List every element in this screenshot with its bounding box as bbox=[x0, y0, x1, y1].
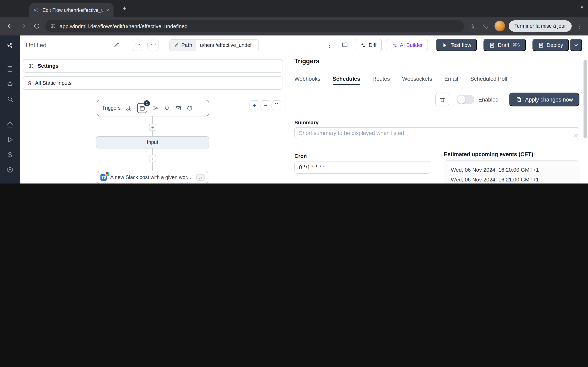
cron-label: Cron bbox=[294, 153, 307, 159]
sidebar-item-runs-list[interactable] bbox=[0, 61, 20, 76]
dollar-icon: $ bbox=[8, 151, 12, 159]
sidebar-item-home[interactable] bbox=[0, 117, 20, 132]
edit-title-button[interactable] bbox=[111, 39, 122, 51]
add-branch-button[interactable] bbox=[181, 182, 188, 184]
windmill-logo[interactable] bbox=[0, 38, 20, 53]
undo-button[interactable] bbox=[132, 39, 143, 51]
triggers-node-label: Triggers bbox=[102, 105, 121, 111]
sidebar-rail: $ + bbox=[0, 35, 20, 184]
static-inputs-row[interactable]: $ All Static Inputs bbox=[23, 76, 283, 90]
pencil-icon bbox=[174, 43, 179, 48]
triggers-node[interactable]: Triggers 1 bbox=[97, 100, 209, 116]
cron-input[interactable] bbox=[294, 161, 430, 174]
chevron-down-icon bbox=[573, 42, 579, 48]
trigger-tabs: Webhooks Schedules Routes Websockets Ema… bbox=[294, 73, 579, 85]
apply-changes-button[interactable]: Apply changes now bbox=[509, 92, 579, 106]
email-icon[interactable] bbox=[175, 105, 182, 111]
zoom-in-button[interactable]: + bbox=[250, 100, 259, 110]
dollar-icon: $ bbox=[28, 80, 31, 86]
redo-icon bbox=[150, 42, 156, 48]
scrollbar-thumb[interactable] bbox=[584, 60, 587, 138]
schedule-trigger-button[interactable]: 1 bbox=[138, 103, 147, 113]
schedule-controls: Enabled Apply changes now bbox=[294, 92, 579, 106]
profile-avatar[interactable] bbox=[494, 21, 505, 31]
tab-websockets[interactable]: Websockets bbox=[402, 73, 432, 85]
websocket-icon[interactable] bbox=[164, 105, 170, 111]
new-tab-button[interactable]: + bbox=[120, 4, 129, 13]
toolbar-menu-button[interactable]: ⋮ bbox=[324, 39, 335, 51]
slack-icon bbox=[105, 172, 110, 176]
routes-icon[interactable] bbox=[153, 105, 159, 111]
url-bar[interactable]: app.windmill.dev/flows/edit/u/henri/effe… bbox=[45, 20, 464, 32]
browser-update-button[interactable]: Terminer la mise à jour bbox=[509, 20, 572, 32]
trash-icon bbox=[439, 96, 445, 103]
sidebar-item-variables[interactable]: $ bbox=[0, 147, 20, 162]
docs-button[interactable] bbox=[339, 39, 351, 51]
extensions-button[interactable] bbox=[481, 21, 491, 31]
tab-routes[interactable]: Routes bbox=[372, 73, 390, 85]
tab-email[interactable]: Email bbox=[444, 73, 458, 85]
windmill-favicon-icon bbox=[34, 7, 39, 13]
save-icon bbox=[516, 96, 522, 103]
puzzle-icon bbox=[483, 23, 489, 29]
flow-node-slack-step[interactable]: TS A new Slack post with a given wor... … bbox=[97, 171, 208, 184]
draft-button[interactable]: Draft⌘S bbox=[484, 39, 526, 51]
tab-scheduled-poll[interactable]: Scheduled Poll bbox=[470, 73, 507, 85]
expand-icon bbox=[274, 103, 279, 108]
bookmark-star-icon[interactable]: ☆ bbox=[467, 21, 477, 31]
sidebar-item-resources[interactable] bbox=[0, 162, 20, 177]
step-icon-wrap: TS bbox=[100, 174, 107, 181]
redo-button[interactable] bbox=[147, 39, 159, 51]
back-button[interactable] bbox=[5, 21, 15, 31]
diff-button[interactable]: Diff bbox=[355, 39, 382, 51]
insert-step-button[interactable]: + bbox=[149, 124, 156, 131]
node-label: A new Slack post with a given wor... bbox=[110, 175, 191, 180]
tab-search-icon[interactable]: ▾ bbox=[581, 4, 583, 10]
home-icon bbox=[7, 121, 13, 128]
sidebar-item-favorites[interactable] bbox=[0, 76, 20, 91]
url-text: app.windmill.dev/flows/edit/u/henri/effe… bbox=[60, 23, 188, 29]
panel-scrollbar[interactable] bbox=[582, 55, 588, 184]
delete-schedule-button[interactable] bbox=[435, 92, 449, 106]
sidebar-item-search[interactable] bbox=[0, 91, 20, 106]
main-area: Untitled Path ⋮ Diff AI Builder Test flo… bbox=[20, 35, 588, 184]
deploy-dropdown-button[interactable] bbox=[570, 39, 582, 51]
webhook-icon[interactable] bbox=[126, 105, 132, 111]
deploy-button[interactable]: Deploy bbox=[532, 39, 569, 51]
triggers-detail-pane: Triggers Webhooks Schedules Routes Webso… bbox=[285, 55, 582, 184]
flow-node-input[interactable]: Input bbox=[96, 136, 209, 149]
play-icon bbox=[442, 42, 448, 48]
tab-close-icon[interactable]: × bbox=[106, 7, 109, 13]
summary-input[interactable] bbox=[294, 127, 579, 139]
star-icon bbox=[7, 80, 13, 87]
flow-title: Untitled bbox=[26, 42, 47, 49]
settings-label: Settings bbox=[38, 63, 59, 69]
flow-settings-row[interactable]: Settings bbox=[23, 59, 283, 73]
flow-toolbar: Untitled Path ⋮ Diff AI Builder Test flo… bbox=[20, 35, 588, 55]
browser-tab[interactable]: Edit Flow u/henri/effective_un × bbox=[29, 3, 113, 17]
enabled-toggle[interactable] bbox=[457, 95, 475, 104]
save-icon bbox=[538, 42, 544, 48]
browser-toolbar: app.windmill.dev/flows/edit/u/henri/effe… bbox=[0, 17, 588, 35]
forward-icon bbox=[20, 23, 26, 29]
browser-menu-icon[interactable]: ⋮ bbox=[575, 22, 583, 30]
sidebar-item-runs[interactable] bbox=[0, 132, 20, 147]
path-control: Path bbox=[169, 39, 259, 51]
forward-button[interactable] bbox=[18, 21, 28, 31]
test-flow-button[interactable]: Test flow bbox=[436, 39, 477, 51]
browser-tabstrip: Edit Flow u/henri/effective_un × + ▾ bbox=[0, 0, 588, 17]
reload-button[interactable] bbox=[32, 21, 42, 31]
ai-builder-button[interactable]: AI Builder bbox=[386, 39, 428, 51]
enabled-label: Enabled bbox=[478, 96, 499, 103]
diff-icon bbox=[360, 42, 366, 48]
zoom-controls: + − bbox=[250, 100, 281, 110]
flow-title-box[interactable]: Untitled bbox=[26, 39, 122, 51]
tab-schedules[interactable]: Schedules bbox=[333, 73, 360, 85]
insert-step-button[interactable]: + bbox=[149, 155, 156, 162]
fit-view-button[interactable] bbox=[272, 100, 281, 110]
scheduled-poll-icon[interactable] bbox=[187, 105, 193, 111]
path-input[interactable] bbox=[196, 39, 259, 51]
content-row: Settings $ All Static Inputs Triggers bbox=[20, 55, 588, 184]
zoom-out-button[interactable]: − bbox=[260, 100, 270, 110]
tab-webhooks[interactable]: Webhooks bbox=[294, 73, 320, 85]
